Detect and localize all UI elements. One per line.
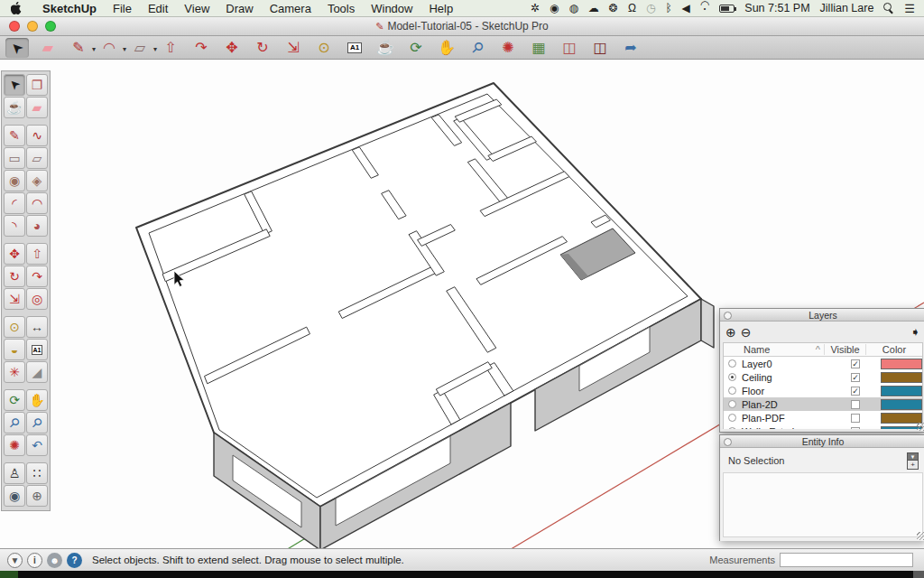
scale-tool[interactable]: ⇲	[282, 38, 305, 58]
arc-tool[interactable]: ◜	[4, 192, 25, 214]
protractor-tool[interactable]: ◒	[4, 339, 25, 360]
menu-item-view[interactable]: View	[176, 0, 217, 17]
make-component-tool[interactable]: ❐	[26, 74, 48, 96]
three-point-arc-tool[interactable]: ◝	[4, 215, 25, 237]
measurements-input[interactable]	[780, 553, 913, 567]
move-tool[interactable]: ✥	[4, 243, 25, 265]
polygon-tool[interactable]: ◈	[26, 170, 48, 191]
notification-bell-icon[interactable]: Ω	[628, 0, 636, 17]
rectangle-tool[interactable]: ▭	[4, 147, 25, 169]
select-tool[interactable]: ➤	[4, 74, 25, 96]
time-machine-icon[interactable]: ◷	[646, 0, 655, 17]
text-tool[interactable]: A1	[343, 38, 366, 58]
add-layer-button[interactable]: ⊕	[725, 326, 736, 339]
dimensions-tool[interactable]: ↔	[26, 316, 48, 338]
add-location-tool[interactable]: ▦	[527, 38, 550, 58]
orbit-tool[interactable]: ⟳	[404, 38, 428, 58]
claim-credit-button[interactable]: i	[27, 553, 42, 568]
freehand-tool[interactable]: ∿	[26, 125, 48, 146]
spotlight-search-icon[interactable]	[883, 3, 894, 14]
layer-radio[interactable]	[728, 373, 736, 381]
section-plane-tool[interactable]: ⊕	[26, 485, 48, 507]
column-header-name[interactable]: Name^	[724, 344, 825, 355]
remove-layer-button[interactable]: ⊖	[741, 326, 752, 339]
layer-color-swatch[interactable]	[881, 413, 922, 424]
layer-row-floor[interactable]: Floor✓	[724, 384, 922, 397]
help-button[interactable]: ?	[67, 553, 82, 568]
offset-tool[interactable]: ◎	[26, 288, 48, 310]
dropdown-caret-icon[interactable]: ▾	[123, 45, 126, 53]
walk-tool[interactable]: ∷	[26, 462, 48, 484]
look-around-tool[interactable]: ◉	[4, 485, 25, 507]
app-icon-1[interactable]: ✲	[531, 0, 540, 17]
pan-tool[interactable]: ✋	[435, 38, 458, 58]
menubar-clock[interactable]: Sun 7:51 PM	[744, 2, 809, 14]
dropdown-caret-icon[interactable]: ▾	[92, 45, 96, 53]
zoom-extents-tool[interactable]: ✺	[496, 38, 520, 58]
menu-item-edit[interactable]: Edit	[140, 0, 176, 17]
menu-item-sketchup[interactable]: SketchUp	[34, 0, 105, 17]
follow-me-tool[interactable]: ↷	[26, 266, 48, 287]
battery-icon[interactable]	[719, 5, 735, 13]
text-tool[interactable]: A1	[26, 339, 48, 360]
layer-visible-checkbox[interactable]	[851, 414, 860, 423]
pan-tool[interactable]: ✋	[26, 389, 48, 411]
layer-row-plan-2d[interactable]: Plan-2D	[724, 397, 922, 411]
entity-panel-close-icon[interactable]	[724, 438, 732, 446]
display-section-planes-tool[interactable]: ◫	[558, 38, 581, 58]
notification-center-icon[interactable]: ☰	[904, 0, 915, 17]
layer-radio[interactable]	[728, 427, 736, 429]
layer-radio[interactable]	[728, 414, 736, 422]
arc-tool[interactable]: ◠▾	[97, 38, 121, 58]
two-point-arc-tool[interactable]: ◠	[26, 192, 48, 214]
menu-item-draw[interactable]: Draw	[217, 0, 261, 17]
layer-visible-checkbox[interactable]: ✓	[851, 359, 860, 368]
wifi-icon[interactable]: ◠•	[700, 3, 709, 14]
rectangle-tool[interactable]: ▱▾	[128, 38, 152, 58]
move-tool[interactable]: ✥	[220, 38, 244, 58]
axes-tool[interactable]: ✳	[4, 361, 25, 383]
paint-bucket-tool[interactable]: ☕	[374, 38, 397, 58]
rotate-tool[interactable]: ↻	[251, 38, 274, 58]
follow-me-tool[interactable]: ↷	[189, 38, 213, 58]
menubar-user[interactable]: Jillian Lare	[820, 2, 874, 14]
zoom-previous-tool[interactable]: ↶	[26, 434, 48, 456]
layer-visible-checkbox[interactable]: ✓	[851, 427, 860, 430]
layer-radio[interactable]	[728, 387, 736, 395]
line-tool[interactable]: ✎▾	[67, 38, 90, 58]
scale-tool[interactable]: ⇲	[4, 288, 25, 310]
cloud-sync-icon[interactable]: ☁	[588, 0, 599, 17]
push-pull-tool[interactable]: ⇧	[26, 243, 48, 265]
menu-item-camera[interactable]: Camera	[262, 0, 319, 17]
layers-panel-close-icon[interactable]	[724, 312, 732, 320]
layer-row-ceiling[interactable]: Ceiling✓	[724, 370, 922, 384]
rotate-tool[interactable]: ↻	[4, 266, 25, 287]
layer-radio[interactable]	[728, 400, 736, 408]
layers-detail-arrow-button[interactable]: ➧	[910, 325, 920, 339]
layer-color-swatch[interactable]	[881, 386, 922, 396]
3d-text-tool[interactable]: ◢	[26, 361, 48, 383]
line-tool[interactable]: ✎	[4, 125, 25, 146]
account-button[interactable]: ☻	[47, 553, 62, 568]
layer-row-walls-exterior[interactable]: Walls-Exterior✓	[724, 424, 922, 429]
layer-color-swatch[interactable]	[881, 359, 922, 369]
layer-row-plan-pdf[interactable]: Plan-PDF	[724, 411, 922, 424]
geolocation-button[interactable]: ▼	[7, 553, 23, 568]
layer-color-swatch[interactable]	[881, 372, 922, 383]
bluetooth-icon[interactable]: ᛒ	[665, 0, 671, 17]
layer-radio[interactable]	[728, 359, 736, 368]
layer-visible-checkbox[interactable]: ✓	[851, 373, 860, 382]
tape-measure-tool[interactable]: ⊙	[4, 316, 25, 338]
layer-row-layer0[interactable]: Layer0✓	[724, 357, 922, 370]
menu-item-window[interactable]: Window	[363, 0, 420, 17]
rotated-rectangle-tool[interactable]: ▱	[26, 147, 48, 169]
entity-resize-grip[interactable]	[917, 532, 924, 540]
eraser-tool[interactable]: ▰	[36, 38, 60, 58]
circle-tool[interactable]: ◉	[4, 170, 25, 191]
layer-visible-checkbox[interactable]: ✓	[851, 387, 860, 396]
zoom-extents-tool[interactable]: ✺	[4, 434, 25, 456]
menu-item-tools[interactable]: Tools	[319, 0, 363, 17]
volume-icon[interactable]: ◀	[682, 0, 690, 17]
apple-menu-icon[interactable]	[11, 2, 22, 14]
layers-resize-grip[interactable]	[917, 423, 924, 431]
